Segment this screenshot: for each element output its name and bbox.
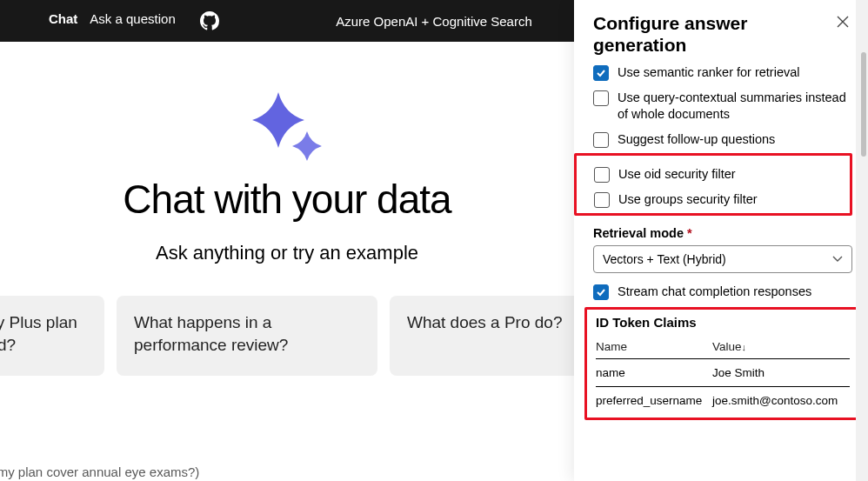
checkbox-stream[interactable]: Stream chat completion responses [593, 284, 852, 300]
security-filter-highlight: Use oid security filter Use groups secur… [574, 153, 852, 216]
scrollbar-thumb[interactable] [861, 52, 866, 157]
retrieval-mode-select[interactable]: Vectors + Text (Hybrid) [593, 245, 852, 273]
checkbox-followup[interactable]: Suggest follow-up questions [593, 131, 852, 148]
checkbox-label: Stream chat completion responses [618, 284, 811, 300]
checkbox-label: Use query-contextual summaries instead o… [618, 90, 852, 123]
checkbox-label: Use oid security filter [618, 166, 736, 183]
panel-title: Configure answer generation [593, 12, 833, 56]
checkbox-contextual-summaries[interactable]: Use query-contextual summaries instead o… [593, 90, 852, 123]
page-heading: Chat with your data [0, 176, 574, 223]
checkbox-label: Use semantic ranker for retrieval [618, 64, 800, 81]
github-icon[interactable] [200, 11, 219, 30]
checkbox-label: Suggest follow-up questions [618, 131, 775, 148]
checkbox-groups-filter[interactable]: Use groups security filter [594, 191, 841, 208]
tab-ask[interactable]: Ask a question [90, 11, 175, 30]
checkbox-icon[interactable] [593, 132, 609, 148]
select-value: Vectors + Text (Hybrid) [603, 252, 726, 266]
claim-name: name [596, 359, 712, 387]
checkbox-icon[interactable] [593, 90, 609, 106]
claims-title: ID Token Claims [596, 315, 850, 330]
table-header-row: Name Value↓ [596, 335, 850, 359]
table-row: preferred_username joe.smith@contoso.com [596, 387, 850, 415]
chevron-down-icon [832, 253, 843, 265]
col-header-name[interactable]: Name [596, 335, 712, 359]
col-header-value[interactable]: Value↓ [712, 335, 850, 359]
page-subheading: Ask anything or try an example [0, 242, 574, 264]
close-icon[interactable] [833, 12, 852, 34]
sparkle-icon [0, 84, 574, 170]
sort-arrow-icon: ↓ [742, 342, 747, 352]
token-claims-highlight: ID Token Claims Name Value↓ name Joe Smi… [584, 307, 861, 420]
checkbox-oid-filter[interactable]: Use oid security filter [594, 166, 841, 183]
retrieval-mode-label: Retrieval mode * [593, 226, 852, 240]
config-panel: Configure answer generation Use semantic… [574, 0, 868, 481]
checkbox-semantic-ranker[interactable]: Use semantic ranker for retrieval [593, 64, 852, 81]
required-asterisk: * [687, 226, 692, 240]
example-row: my Plus plan ard? What happens in a perf… [0, 296, 574, 376]
brand-title: Azure OpenAI + Cognitive Search [336, 14, 532, 29]
main-content: Chat with your data Ask anything or try … [0, 42, 574, 481]
checkbox-icon[interactable] [594, 167, 610, 183]
chat-input-placeholder[interactable]: does my plan cover annual eye exams?) [0, 464, 199, 479]
claim-name: preferred_username [596, 387, 712, 415]
claim-value: Joe Smith [712, 359, 850, 387]
example-card[interactable]: What does a Pro do? [390, 296, 574, 376]
checkbox-icon[interactable] [593, 284, 609, 300]
checkbox-icon[interactable] [593, 65, 609, 81]
scrollbar-track[interactable] [856, 0, 868, 481]
tab-chat[interactable]: Chat [49, 11, 77, 30]
claims-table: Name Value↓ name Joe Smith preferred_use… [596, 335, 850, 414]
claim-value: joe.smith@contoso.com [712, 387, 850, 415]
nav-tabs: Chat Ask a question [49, 11, 219, 30]
table-row: name Joe Smith [596, 359, 850, 387]
example-card[interactable]: my Plus plan ard? [0, 296, 104, 376]
checkbox-label: Use groups security filter [618, 191, 758, 208]
example-card[interactable]: What happens in a performance review? [117, 296, 377, 376]
checkbox-icon[interactable] [594, 192, 610, 208]
